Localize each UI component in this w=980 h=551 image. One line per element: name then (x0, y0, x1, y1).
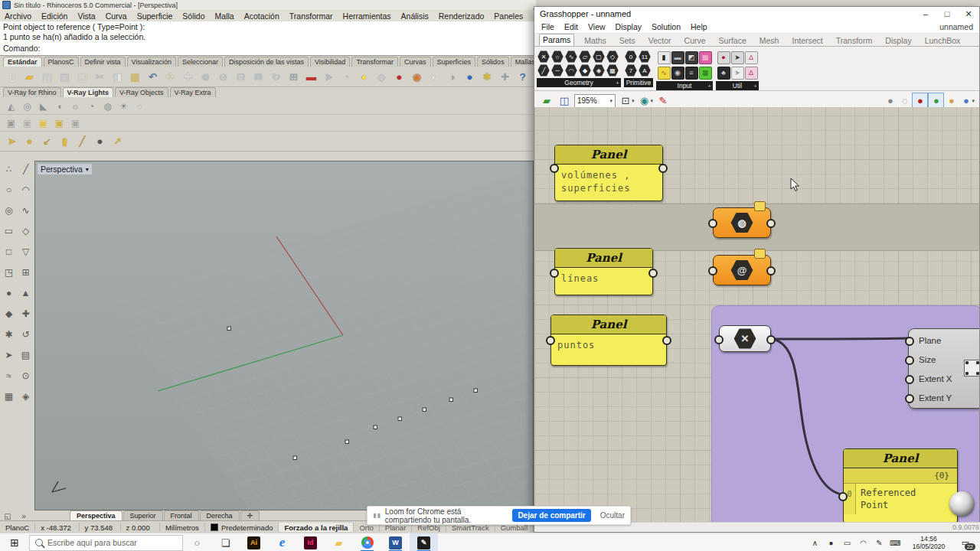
minimize-button[interactable]: – (915, 7, 936, 21)
sphere-dark-icon[interactable]: ◑ (443, 68, 461, 85)
hide-button[interactable]: Ocultar (595, 511, 630, 520)
curve-param-icon[interactable]: ∿ (565, 51, 577, 63)
zoom-dynamic-icon[interactable]: ⊙ (214, 68, 232, 85)
sidebar-tool-icon[interactable]: ▦ (2, 391, 17, 402)
flask-icon[interactable]: Δ (745, 67, 758, 80)
toolbar-tab[interactable]: Definir vista (80, 57, 126, 67)
maximize-button[interactable]: □ (936, 7, 958, 21)
preview-off-icon[interactable]: ● (883, 93, 897, 108)
toolbar-tab[interactable]: Visibilidad (310, 57, 350, 67)
viewport-window-icon[interactable]: ◱ (0, 512, 15, 520)
vray-sun-icon[interactable]: ☼ (67, 99, 83, 113)
graph-mapper-icon[interactable]: ∿ (658, 67, 671, 80)
zoom-window-icon[interactable]: ⊡ (232, 68, 250, 85)
viewport-tab[interactable]: ✛ (240, 510, 260, 520)
component-input-nub[interactable] (905, 394, 914, 403)
category-tab[interactable]: Sets (616, 35, 639, 46)
curve-param-component[interactable]: @ (713, 255, 771, 285)
sidebar-tool-icon[interactable]: ≈ (2, 370, 17, 381)
move-icon[interactable]: ✚ (179, 68, 197, 85)
panel-lineas[interactable]: Panel líneas (554, 248, 653, 295)
category-tab[interactable]: Curve (681, 35, 709, 46)
boolean-param-icon[interactable]: 0 (625, 51, 637, 63)
rectangular-grid-component[interactable]: Plane Size Extent X Extent Y (908, 328, 979, 409)
undo-icon[interactable]: ↶ (144, 68, 162, 85)
sidebar-tool-icon[interactable]: ● (2, 288, 17, 298)
component-input-nub[interactable] (905, 337, 914, 346)
grasshopper-menu-item[interactable]: File (541, 22, 554, 31)
edge-icon[interactable]: e (268, 533, 296, 551)
color-wheel-icon[interactable]: ◉ (408, 68, 426, 85)
sidebar-tool-icon[interactable]: ◳ (2, 267, 17, 278)
cplane-cell[interactable]: PlanoC (0, 523, 35, 532)
viewport-layout-icon[interactable]: ⊞ (285, 68, 302, 85)
snap-sphere-icon[interactable]: ● (91, 133, 109, 150)
jump-out-icon[interactable]: ➤ (731, 67, 744, 80)
display-share-icon[interactable]: ▭ (839, 533, 855, 551)
paste-icon[interactable]: ▥ (126, 68, 144, 85)
pan-icon[interactable]: ✜ (162, 68, 179, 85)
warning-sticky-icon[interactable] (754, 201, 766, 211)
category-tab[interactable]: Maths (581, 35, 609, 46)
toolbar-tab[interactable]: Disposición de las vistas (224, 57, 309, 67)
new-file-icon[interactable]: ▯ (3, 68, 21, 85)
box-param-icon[interactable]: ▢ (593, 51, 605, 63)
grasshopper-menu-item[interactable]: Help (691, 22, 707, 31)
category-tab[interactable]: Vector (645, 35, 675, 46)
cut-icon[interactable]: ✂ (91, 68, 109, 85)
lock-swap-icon[interactable]: ▣ (51, 116, 67, 130)
sidebar-tool-icon[interactable]: ◇ (18, 226, 34, 236)
render-icon[interactable]: ● (390, 68, 408, 85)
rhino-menu-item[interactable]: Sólido (182, 11, 204, 21)
panel-output-nub[interactable] (648, 269, 658, 278)
panel-volumenes[interactable]: Panel volúmenes , superficies (554, 145, 663, 201)
vray-tab[interactable]: V-Ray Objects (115, 87, 168, 97)
zoom-extents-icon[interactable]: ⊠ (250, 68, 267, 85)
viewport-title[interactable]: Perspectiva ▾ (38, 164, 92, 174)
param-output-nub[interactable] (766, 219, 776, 228)
wifi-icon[interactable]: ◠ (855, 533, 871, 551)
sidebar-tool-icon[interactable]: □ (2, 246, 17, 257)
sidebar-tool-icon[interactable]: ∴ (2, 164, 17, 174)
sidebar-tool-icon[interactable]: ✚ (18, 308, 34, 319)
rhino-menu-item[interactable]: Paneles (494, 11, 523, 21)
start-button[interactable]: ⊞ (0, 533, 29, 551)
zoom-in-icon[interactable]: ⊕ (197, 68, 214, 85)
sphere-light-icon[interactable]: ◐ (426, 68, 443, 85)
lock-pair-icon[interactable]: ▣ (67, 116, 83, 130)
preview-eye-icon[interactable]: ◉ (637, 93, 652, 109)
warning-sticky-icon[interactable] (754, 249, 766, 259)
toolbar-tab[interactable]: Estándar (3, 57, 42, 67)
panel-puntos[interactable]: Panel puntos (550, 315, 667, 366)
open-icon[interactable]: ▰ (21, 68, 38, 85)
clock[interactable]: 14:56 16/05/2020 (905, 535, 952, 550)
preview-shaded-icon[interactable]: ● (912, 93, 928, 109)
toolbar-tab[interactable]: Seleccionar (178, 57, 223, 67)
grasshopper-canvas[interactable]: Panel volúmenes , superficies ◍ Panel lí… (534, 107, 979, 523)
sidebar-tool-icon[interactable]: ◠ (18, 184, 34, 195)
print-icon[interactable]: ▤ (56, 68, 74, 85)
category-tab[interactable]: Mesh (756, 35, 782, 46)
point-param-component[interactable]: ✕ (719, 325, 771, 352)
image-icon[interactable]: ▩ (699, 51, 712, 64)
circle-param-icon[interactable]: ○ (551, 51, 564, 63)
rhino-menu-item[interactable]: Superficie (137, 11, 173, 21)
rhino-menu-item[interactable]: Malla (215, 11, 234, 21)
grasshopper-menu-item[interactable]: View (588, 22, 606, 31)
sidebar-tool-icon[interactable]: ⊞ (18, 267, 34, 278)
capture-icon[interactable]: ✎ (410, 533, 438, 551)
sidebar-tool-icon[interactable]: ▽ (18, 246, 34, 257)
snap-arrow2-icon[interactable]: ↗ (109, 133, 126, 150)
mic-icon[interactable]: ● (823, 533, 839, 551)
tools-icon[interactable]: ✱ (479, 68, 496, 85)
sidebar-tool-icon[interactable]: ◆ (2, 308, 17, 319)
illustrator-icon[interactable]: Ai (240, 533, 268, 551)
text-param-icon[interactable]: A (639, 64, 651, 77)
viewport-tab[interactable]: Superior (123, 510, 163, 520)
sidebar-tool-icon[interactable]: ▲ (18, 288, 34, 298)
sidebar-tool-icon[interactable]: ✱ (2, 329, 17, 340)
properties-icon[interactable]: ◱ (74, 68, 91, 85)
vray-sunlight-icon[interactable]: ☀ (116, 99, 132, 113)
integer-param-icon[interactable]: 11 (639, 51, 651, 63)
keyboard-icon[interactable]: ⌨ (887, 533, 903, 551)
